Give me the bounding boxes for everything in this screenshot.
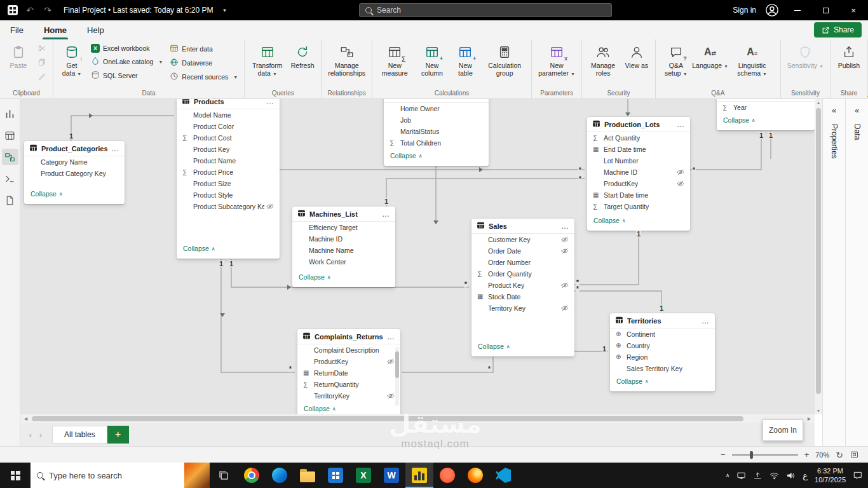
table-header[interactable]: Complaints_Returns…: [297, 329, 400, 344]
field-row[interactable]: Customer Key: [471, 234, 574, 245]
field-row[interactable]: ▦Stock Date: [471, 291, 574, 302]
global-search-box[interactable]: Search: [359, 3, 612, 17]
field-row[interactable]: ProductKey: [297, 356, 400, 367]
taskbar-app-word[interactable]: W: [377, 463, 405, 488]
data-panel-collapsed[interactable]: « Data: [845, 99, 868, 446]
fit-to-page-button[interactable]: [850, 450, 859, 459]
taskbar-app-edge[interactable]: [266, 463, 294, 488]
vertical-scrollbar[interactable]: ▲ ▼: [815, 99, 822, 414]
taskbar-app-power-bi[interactable]: [405, 463, 433, 488]
tab-help[interactable]: Help: [77, 20, 114, 39]
field-row[interactable]: Home Owner: [384, 103, 489, 114]
expand-properties-icon[interactable]: «: [832, 105, 836, 115]
volume-icon[interactable]: [786, 471, 796, 480]
ribbon-button-format-painter[interactable]: [36, 71, 48, 83]
field-row[interactable]: Product Color: [177, 121, 280, 132]
field-row[interactable]: ⊕Continent: [610, 329, 715, 340]
field-row[interactable]: Complaint Description: [297, 344, 400, 356]
ribbon-button-get-data[interactable]: ↓Get data▼: [58, 42, 86, 79]
ribbon-button-view-as[interactable]: View as: [623, 42, 651, 71]
field-row[interactable]: Machine ID: [587, 166, 690, 178]
field-row[interactable]: Sales Territory Key: [610, 363, 715, 374]
notification-center-icon[interactable]: [853, 470, 863, 480]
more-options-button[interactable]: …: [561, 222, 569, 231]
ribbon-button-refresh[interactable]: Refresh: [288, 42, 316, 71]
table-card-territories[interactable]: Territories…⊕Continent⊕Country⊕RegionSal…: [610, 313, 715, 391]
collapse-link[interactable]: Collapse∧: [177, 241, 280, 255]
all-tables-tab[interactable]: All tables: [52, 426, 107, 444]
field-row[interactable]: Product Name: [177, 155, 280, 166]
redo-button[interactable]: ↷: [42, 5, 53, 15]
ribbon-button-new-table[interactable]: +New table: [451, 42, 479, 79]
table-card-products[interactable]: Products…Model NameProduct Color∑Product…: [177, 99, 280, 259]
ribbon-button-linguistic-schema[interactable]: A≡Linguistic schema▼: [728, 42, 775, 79]
sign-in-link[interactable]: Sign in: [733, 6, 756, 15]
share-button[interactable]: Share: [814, 22, 862, 37]
field-row[interactable]: Machine ID: [292, 233, 395, 245]
vertical-scroll-thumb[interactable]: [816, 108, 821, 394]
field-row[interactable]: Product Subcategory Key: [177, 201, 280, 212]
zoom-slider-handle[interactable]: [750, 451, 753, 459]
field-row[interactable]: ▦End Date time: [587, 144, 690, 155]
field-row[interactable]: ∑Order Quantity: [471, 268, 574, 280]
field-row[interactable]: Order Number: [471, 257, 574, 268]
sidebar-report-view[interactable]: [2, 105, 18, 122]
field-row[interactable]: Lot Number: [587, 155, 690, 166]
ribbon-button-language[interactable]: A⇄Language▼: [695, 42, 726, 71]
more-options-button[interactable]: …: [702, 316, 710, 325]
expand-data-icon[interactable]: «: [855, 105, 859, 115]
table-header[interactable]: Product_Categories…: [24, 141, 125, 156]
field-row[interactable]: ProductKey: [587, 178, 690, 189]
account-avatar-icon[interactable]: [765, 3, 779, 17]
network-icon[interactable]: [770, 471, 779, 480]
search-highlight-image[interactable]: [184, 463, 210, 488]
display-icon[interactable]: [736, 471, 746, 480]
table-header[interactable]: Production_Lots…: [587, 117, 690, 132]
field-row[interactable]: MaritalStatus: [384, 126, 489, 137]
update-icon[interactable]: [753, 471, 763, 480]
ribbon-button-excel-workbook[interactable]: XExcel workbook: [89, 43, 165, 53]
sidebar-table-view[interactable]: [2, 127, 18, 144]
more-options-button[interactable]: …: [111, 144, 119, 153]
more-options-button[interactable]: …: [387, 332, 395, 341]
taskbar-search-box[interactable]: Type here to search: [31, 463, 210, 488]
field-row[interactable]: ▦ReturnDate: [297, 367, 400, 379]
taskbar-app-excel[interactable]: X: [349, 463, 377, 488]
taskbar-app-firefox[interactable]: [461, 463, 489, 488]
title-caret-icon[interactable]: ▼: [222, 8, 227, 13]
field-row[interactable]: Product Style: [177, 189, 280, 201]
language-indicator[interactable]: ع: [803, 471, 808, 480]
collapse-link[interactable]: Collapse∧: [717, 113, 815, 127]
collapse-link[interactable]: Collapse∧: [610, 374, 715, 388]
tab-file[interactable]: File: [0, 20, 34, 39]
ribbon-button-transform-data[interactable]: Transform data▼: [249, 42, 285, 79]
horizontal-scrollbar[interactable]: ◄ ►: [20, 414, 815, 423]
taskbar-app-microsoft-store[interactable]: [322, 463, 349, 488]
field-row[interactable]: Model Name: [177, 109, 280, 121]
ribbon-button-recent-sources[interactable]: Recent sources▼: [168, 71, 240, 83]
table-card-sales[interactable]: Sales…Customer KeyOrder DateOrder Number…: [471, 219, 574, 356]
zoom-out-button[interactable]: −: [721, 450, 726, 459]
properties-panel-collapsed[interactable]: « Properties: [822, 99, 845, 446]
table-header[interactable]: Products…: [177, 99, 280, 109]
table-header[interactable]: Sales…: [471, 219, 574, 234]
table-card-machines-list[interactable]: Machines_List…Efficiency TargetMachine I…: [292, 207, 395, 287]
table-header[interactable]: Territories…: [610, 313, 715, 329]
scroll-down-icon[interactable]: ▼: [815, 409, 822, 413]
ribbon-button-enter-data[interactable]: +Enter data: [168, 43, 240, 55]
field-row[interactable]: Category Name: [24, 156, 125, 168]
task-view-button[interactable]: [210, 463, 238, 488]
next-page-button[interactable]: ›: [36, 430, 46, 440]
field-row[interactable]: ▦Start Date time: [587, 189, 690, 201]
field-row[interactable]: ∑Total Children: [384, 137, 489, 149]
zoom-slider[interactable]: [732, 454, 798, 456]
table-card-production-lots[interactable]: Production_Lots…∑Act Quantity▦End Date t…: [587, 117, 690, 231]
field-row[interactable]: Job: [384, 114, 489, 126]
model-canvas[interactable]: Products…Model NameProduct Color∑Product…: [20, 99, 815, 414]
collapse-link[interactable]: Collapse∧: [587, 214, 690, 227]
reset-zoom-button[interactable]: ↻: [836, 450, 843, 460]
field-row[interactable]: ∑Product Cost: [177, 132, 280, 144]
field-row[interactable]: ∑Target Quantity: [587, 201, 690, 212]
ribbon-button-new-column[interactable]: +New column: [416, 42, 448, 79]
ribbon-button-dataverse[interactable]: Dataverse: [168, 57, 240, 69]
